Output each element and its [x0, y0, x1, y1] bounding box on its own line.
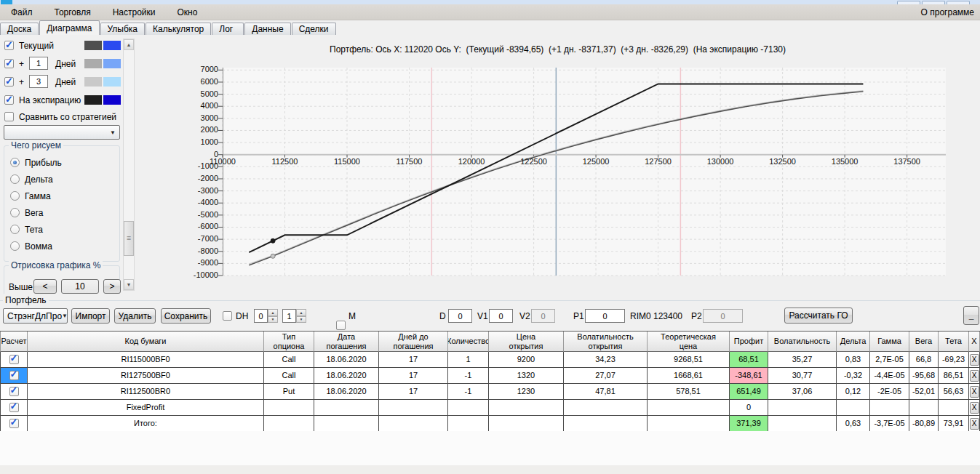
color-swatch[interactable] [84, 41, 102, 50]
import-button[interactable]: Импорт [71, 308, 110, 324]
calc-cell[interactable] [0, 368, 28, 384]
delete-button[interactable]: Удалить [114, 308, 156, 324]
column-header[interactable]: Код бумаги [28, 332, 264, 352]
cell: -4,4E-05 [870, 368, 909, 384]
series-checkbox[interactable] [4, 95, 14, 105]
radio-Тета[interactable] [10, 225, 20, 234]
remove-row-button[interactable]: X [970, 370, 979, 382]
radio-Вомма[interactable] [10, 241, 20, 251]
tab-Данные[interactable]: Данные [244, 23, 290, 35]
column-header[interactable]: Тета [939, 332, 969, 352]
save-button[interactable]: Сохранить [161, 308, 211, 324]
spin-up-icon[interactable]: ▲ [268, 309, 278, 316]
series-checkbox[interactable] [4, 41, 14, 50]
remove-row-button[interactable]: X [970, 402, 979, 414]
column-header[interactable]: Волатильность [768, 332, 837, 352]
remove-row-button[interactable]: X [970, 386, 979, 398]
dh-spinner-1[interactable]: 0 ▲▼ [254, 309, 278, 323]
color-swatch[interactable] [84, 77, 102, 87]
column-header[interactable]: Расчет [0, 332, 28, 352]
spin-down-icon[interactable]: ▼ [296, 316, 306, 324]
tab-Сделки[interactable]: Сделки [292, 23, 336, 35]
chart-plot[interactable]: -10000-9000-8000-7000-6000-5000-4000-300… [223, 68, 946, 276]
cell: 18.06.2020 [314, 384, 379, 400]
series-toggle-row: +Дней [0, 76, 135, 89]
series-checkbox[interactable] [4, 77, 14, 87]
compare-checkbox[interactable] [4, 112, 14, 121]
scroll-down-icon[interactable]: ▼ [124, 279, 134, 290]
row-calc-checkbox[interactable] [9, 387, 19, 396]
row-calc-checkbox[interactable] [9, 371, 19, 380]
color-swatch[interactable] [103, 41, 121, 50]
m-checkbox[interactable] [336, 321, 346, 330]
color-swatch[interactable] [103, 95, 121, 105]
radio-Гамма[interactable] [10, 191, 20, 201]
radio-label: Вомма [25, 241, 52, 252]
tab-Лог[interactable]: Лог [212, 23, 244, 35]
column-header[interactable]: Вега [909, 332, 939, 352]
menu-Файл[interactable]: Файл [0, 4, 44, 20]
radio-Вега[interactable] [10, 208, 20, 217]
radio-Дельта[interactable] [10, 174, 20, 184]
column-header[interactable]: Теоретическая цена [648, 332, 730, 352]
radio-Прибыль[interactable] [10, 158, 20, 167]
calc-cell[interactable] [0, 400, 28, 416]
scrollbar-thumb[interactable]: ☰ [124, 221, 134, 256]
calc-cell[interactable] [0, 352, 28, 368]
menu-Окно[interactable]: Окно [167, 4, 209, 20]
days-input[interactable] [29, 75, 48, 88]
row-calc-checkbox[interactable] [9, 419, 19, 428]
column-header[interactable]: Тип опциона [264, 332, 314, 352]
table-row[interactable]: RI127500BF0Call18.06.202017-1132027,0716… [0, 368, 980, 384]
color-swatch[interactable] [84, 95, 102, 105]
dh-checkbox[interactable] [223, 311, 232, 321]
cell: RI115000BF0 [28, 352, 264, 368]
decrease-button[interactable]: < [33, 279, 57, 294]
row-calc-checkbox[interactable] [9, 403, 19, 412]
remove-row-button[interactable]: X [970, 354, 979, 366]
series-checkbox[interactable] [4, 59, 14, 68]
strategy-compare-combobox[interactable]: ▼ [4, 125, 120, 140]
menu-Торговля[interactable]: Торговля [44, 4, 102, 20]
table-row[interactable]: FixedProfit0X [0, 400, 980, 416]
calc-margin-button[interactable]: Рассчитать ГО [784, 308, 853, 324]
color-swatch[interactable] [103, 77, 121, 87]
menu-about[interactable]: О программе [915, 4, 980, 20]
field-input-P1[interactable]: 0 [585, 309, 625, 323]
strategy-combobox[interactable]: СтрэнгДлПро ▼ [3, 308, 68, 324]
column-header[interactable]: Гамма [870, 332, 909, 352]
cell: -69,23 [939, 352, 969, 368]
tab-Улыбка[interactable]: Улыбка [100, 23, 146, 35]
column-header[interactable]: Дней до погашения [379, 332, 448, 352]
table-row[interactable]: RI112500BR0Put18.06.202017-1123047,81578… [0, 384, 980, 400]
spin-down-icon[interactable]: ▼ [268, 316, 278, 324]
column-header[interactable]: Волатильность открытия [564, 332, 648, 352]
table-row[interactable]: RI115000BF0Call18.06.2020171920034,23926… [0, 352, 980, 368]
tab-Доска[interactable]: Доска [0, 23, 39, 35]
calc-cell[interactable] [0, 384, 28, 400]
increase-button[interactable]: > [103, 279, 121, 294]
field-input-V1[interactable]: 0 [489, 309, 513, 323]
calc-cell[interactable] [0, 416, 28, 432]
tab-Диаграмма[interactable]: Диаграмма [39, 20, 99, 35]
column-header[interactable]: Дата погашения [314, 332, 379, 352]
column-header[interactable]: X [969, 332, 980, 352]
chart-plot-svg[interactable] [223, 68, 946, 276]
dh-spinner-2[interactable]: 1 ▲▼ [282, 309, 306, 323]
remove-row-button[interactable]: X [970, 418, 979, 430]
table-row[interactable]: Итого:371,390,63-3,7E-05-80,8973,91X [0, 416, 980, 432]
column-header[interactable]: Профит [730, 332, 768, 352]
column-header[interactable]: Дельта [837, 332, 870, 352]
field-input-D[interactable]: 0 [448, 309, 472, 323]
collapse-panel-button[interactable]: _ [963, 306, 979, 325]
days-input[interactable] [29, 57, 48, 70]
tab-Калькулятор[interactable]: Калькулятор [146, 23, 211, 35]
cell: -52,01 [909, 384, 939, 400]
row-calc-checkbox[interactable] [9, 355, 19, 364]
spin-up-icon[interactable]: ▲ [296, 309, 306, 316]
color-swatch[interactable] [103, 59, 121, 68]
menu-Настройки[interactable]: Настройки [102, 4, 167, 20]
color-swatch[interactable] [84, 59, 102, 68]
column-header[interactable]: Количество [448, 332, 489, 352]
column-header[interactable]: Цена открытия [489, 332, 564, 352]
